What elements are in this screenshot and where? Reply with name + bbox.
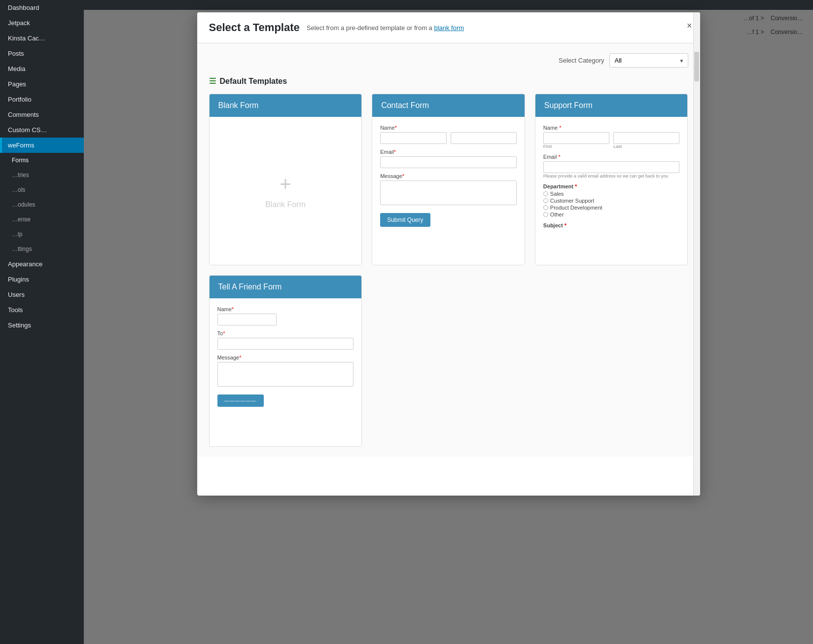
support-radio-sales: Sales [543,191,680,197]
support-email-input [543,161,680,173]
contact-email-label: Email* [380,149,517,155]
friend-message-label: Message* [217,355,354,360]
sidebar-item-comments[interactable]: Comments [0,107,84,122]
hamburger-icon: ☰ [209,76,216,86]
template-card-tell-friend[interactable]: Tell A Friend Form Name* To* Message* [209,275,362,447]
sidebar-item-tools[interactable]: …ols [0,182,84,197]
scrollbar-thumb[interactable] [694,52,699,81]
friend-name-field: Name* [217,306,354,325]
support-name-row [543,132,680,144]
category-select-wrapper[interactable]: All Contact Support Registration [609,53,688,68]
contact-email-input [380,156,517,168]
sidebar-item-modules[interactable]: …odules [0,197,84,212]
contact-name-label: Name* [380,125,517,131]
wp-sidebar: Dashboard Jetpack Kinsta Cac… Posts Medi… [0,0,84,644]
templates-grid-row2: Tell A Friend Form Name* To* Message* [209,275,688,447]
modal-container: Select a Template Select from a pre-defi… [84,7,813,644]
friend-message-input [217,362,354,387]
contact-email-field: Email* [380,149,517,168]
friend-to-label: To* [217,330,354,336]
card-header-tell-friend: Tell A Friend Form [210,276,362,298]
sidebar-item-plugins[interactable]: Plugins [0,272,84,287]
support-name-field: Name * First Last [543,125,680,149]
friend-to-input [217,338,354,350]
modal-scrollbar[interactable] [693,12,700,496]
modal-close-button[interactable]: × [687,21,692,30]
sidebar-item-tools-main[interactable]: Tools [0,302,84,318]
support-last-name-input [613,132,679,144]
support-first-sublabel: First [543,144,609,149]
sidebar-item-weforms[interactable]: weForms [0,138,84,153]
card-body-tell-friend: Name* To* Message* —————— [210,298,362,446]
contact-first-name-input [380,132,446,144]
contact-message-input [380,180,517,205]
blank-form-link[interactable]: blank form [434,24,464,32]
category-row: Select Category All Contact Support Regi… [209,53,688,68]
contact-last-name-input [451,132,517,144]
support-email-field: Email * Please provide a valid email add… [543,154,680,179]
sidebar-item-posts[interactable]: Posts [0,46,84,61]
category-label: Select Category [559,57,604,64]
card-body-support: Name * First Last Email * [535,117,688,265]
sidebar-item-entries[interactable]: …tries [0,168,84,182]
support-name-label: Name * [543,125,680,131]
sidebar-item-license[interactable]: …ense [0,212,84,227]
sidebar-item-media[interactable]: Media [0,61,84,76]
sidebar-item-forms[interactable]: Forms [0,153,84,168]
category-select[interactable]: All Contact Support Registration [609,53,688,68]
support-subject-field: Subject * [543,222,680,228]
sidebar-item-jetpack[interactable]: Jetpack [0,15,84,31]
support-email-label: Email * [543,154,680,160]
contact-message-label: Message* [380,173,517,179]
templates-grid-row1: Blank Form + Blank Form Contact Form Nam… [209,94,688,265]
contact-submit-button[interactable]: Submit Query [380,213,430,227]
support-radio-other: Other [543,212,680,217]
plus-icon: + [280,173,291,195]
modal-box: Select a Template Select from a pre-defi… [197,12,700,496]
sidebar-item-help[interactable]: …lp [0,227,84,242]
sidebar-item-kinsta[interactable]: Kinsta Cac… [0,31,84,46]
support-radio-product-dev: Product Development [543,205,680,211]
support-email-help: Please provide a valid email address so … [543,174,680,179]
friend-message-field: Message* [217,355,354,387]
template-card-contact[interactable]: Contact Form Name* Email* [372,94,525,265]
support-department-field: Department * Sales Customer Support Prod… [543,183,680,217]
sidebar-item-portfolio[interactable]: Portfolio [0,92,84,107]
section-title: ☰ Default Templates [209,76,688,86]
sidebar-item-users[interactable]: Users [0,287,84,302]
sidebar-item-appearance[interactable]: Appearance [0,256,84,272]
sidebar-item-settings[interactable]: …ttings [0,242,84,256]
sidebar-item-settings-main[interactable]: Settings [0,318,84,333]
modal-subtitle: Select from a pre-defined template or fr… [307,24,464,32]
sidebar-item-pages[interactable]: Pages [0,76,84,92]
sidebar-item-custom-css[interactable]: Custom CS… [0,122,84,138]
support-department-label: Department * [543,183,680,189]
blank-form-label: Blank Form [265,200,306,209]
card-header-blank: Blank Form [210,94,362,117]
contact-message-field: Message* [380,173,517,205]
support-department-radio: Sales Customer Support Product Developme… [543,191,680,217]
friend-name-label: Name* [217,306,354,312]
template-card-blank[interactable]: Blank Form + Blank Form [209,94,362,265]
support-first-name-input [543,132,609,144]
friend-name-input [217,314,277,325]
card-header-contact: Contact Form [372,94,525,117]
support-subject-label: Subject * [543,222,680,228]
card-header-support: Support Form [535,94,688,117]
card-body-contact: Name* Email* Message* [372,117,525,265]
card-body-blank: + Blank Form [210,117,362,265]
sidebar-item-dashboard[interactable]: Dashboard [0,0,84,15]
friend-submit-button[interactable]: —————— [217,394,264,407]
modal-title: Select a Template [209,21,300,34]
friend-to-field: To* [217,330,354,350]
template-card-support[interactable]: Support Form Name * First Last [535,94,688,265]
support-name-sublabels: First Last [543,144,680,149]
contact-name-row [380,132,517,144]
modal-header: Select a Template Select from a pre-defi… [197,12,700,43]
contact-name-field: Name* [380,125,517,144]
modal-body: Select Category All Contact Support Regi… [197,43,700,457]
support-radio-customer-support: Customer Support [543,198,680,204]
support-last-sublabel: Last [613,144,679,149]
